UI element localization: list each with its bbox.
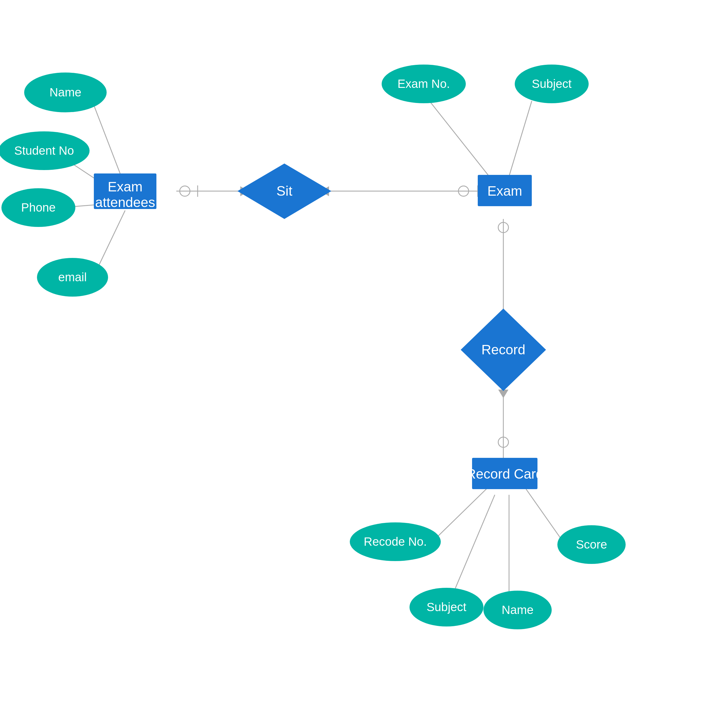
line-subject1-exam xyxy=(509,101,532,176)
attribute-name1-text: Name xyxy=(49,86,81,99)
line-subject2-recordcard xyxy=(452,495,495,596)
attribute-student-no-text: Student No xyxy=(14,144,74,157)
attribute-exam-no-text: Exam No. xyxy=(398,77,450,90)
line-name1-examattendees xyxy=(94,105,122,179)
relationship-record-text: Record xyxy=(482,342,526,357)
line-examno-exam xyxy=(430,101,489,176)
line-score-recordcard xyxy=(526,489,563,542)
line-recodeno-recordcard xyxy=(432,486,489,542)
entity-exam-attendees-text-line1: Exam xyxy=(108,179,143,194)
entity-exam-text: Exam xyxy=(488,184,522,199)
attribute-name2-text: Name xyxy=(502,603,534,616)
attribute-recode-no-text: Recode No. xyxy=(364,535,427,548)
entity-record-card-text: Record Card xyxy=(466,466,543,482)
relationship-sit-text: Sit xyxy=(277,184,292,199)
attribute-subject1-text: Subject xyxy=(532,77,572,90)
attribute-email-text: email xyxy=(58,271,87,284)
entity-exam-attendees-text-line2: attendees xyxy=(95,195,155,210)
er-diagram: Exam attendees Exam Record Card Sit Reco… xyxy=(0,0,728,728)
attribute-phone-text: Phone xyxy=(21,201,55,214)
attribute-subject2-text: Subject xyxy=(427,600,466,614)
attribute-score-text: Score xyxy=(576,538,607,551)
